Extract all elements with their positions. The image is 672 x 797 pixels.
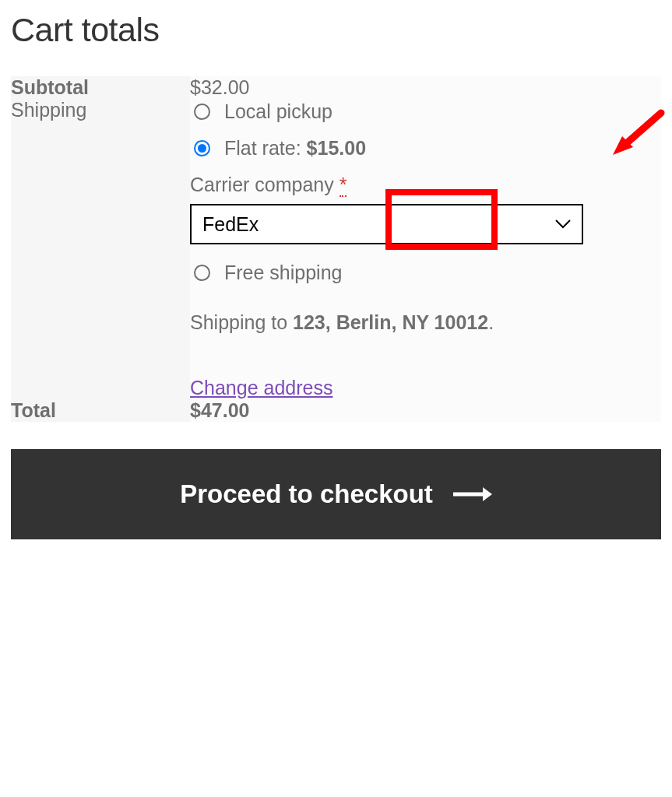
page-title: Cart totals <box>11 11 661 49</box>
required-marker: * <box>340 174 347 197</box>
cart-totals-table: Subtotal $32.00 Shipping Local pickup Fl… <box>11 76 661 422</box>
proceed-to-checkout-button[interactable]: Proceed to checkout <box>11 449 661 539</box>
radio-icon <box>194 140 210 156</box>
svg-marker-3 <box>483 487 492 501</box>
shipping-option-label: Local pickup <box>224 100 332 123</box>
shipping-option-label: Flat rate: $15.00 <box>224 137 366 160</box>
change-address-link[interactable]: Change address <box>190 377 332 399</box>
arrow-right-icon <box>452 486 492 502</box>
shipping-option-free-shipping[interactable]: Free shipping <box>190 262 661 284</box>
carrier-company-label: Carrier company * <box>190 174 661 196</box>
total-row: Total $47.00 <box>11 399 661 422</box>
shipping-address: 123, Berlin, NY 10012 <box>293 311 488 333</box>
carrier-company-select[interactable]: FedEx <box>190 204 583 244</box>
shipping-label: Shipping <box>11 99 86 121</box>
shipping-option-price: $15.00 <box>307 137 366 159</box>
subtotal-label: Subtotal <box>11 76 89 98</box>
total-value: $47.00 <box>190 399 249 421</box>
subtotal-row: Subtotal $32.00 <box>11 76 661 99</box>
shipping-option-local-pickup[interactable]: Local pickup <box>190 100 661 123</box>
checkout-button-label: Proceed to checkout <box>180 479 433 509</box>
shipping-to-text: Shipping to 123, Berlin, NY 10012. <box>190 311 661 334</box>
subtotal-value: $32.00 <box>190 76 249 98</box>
shipping-row: Shipping Local pickup Flat rate: $15.00 … <box>11 99 661 399</box>
shipping-option-flat-rate[interactable]: Flat rate: $15.00 <box>190 137 661 160</box>
radio-icon <box>194 265 210 281</box>
radio-icon <box>194 104 210 120</box>
total-label: Total <box>11 399 56 421</box>
shipping-option-label: Free shipping <box>224 262 342 284</box>
